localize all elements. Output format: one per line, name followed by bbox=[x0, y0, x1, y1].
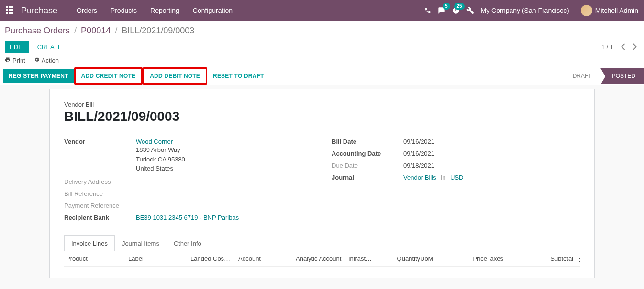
th-product: Product bbox=[66, 255, 128, 262]
th-subtotal: Subtotal bbox=[530, 255, 573, 262]
create-button[interactable]: CREATE bbox=[33, 41, 67, 53]
billref-label: Bill Reference bbox=[64, 190, 136, 197]
table-header: Product Label Landed Cos… Account Analyt… bbox=[64, 251, 580, 267]
breadcrumb-purchase-orders[interactable]: Purchase Orders bbox=[5, 26, 70, 35]
duedate-value: 09/18/2021 bbox=[403, 162, 434, 169]
tabs: Invoice Lines Journal Items Other Info bbox=[64, 235, 580, 251]
print-icon bbox=[5, 57, 11, 64]
payref-row: Payment Reference bbox=[64, 200, 312, 212]
tab-invoice-lines[interactable]: Invoice Lines bbox=[64, 235, 115, 251]
journal-in: in bbox=[441, 174, 445, 181]
duedate-row: Due Date 09/18/2021 bbox=[332, 160, 580, 171]
apps-icon[interactable] bbox=[6, 6, 14, 15]
th-account: Account bbox=[238, 255, 296, 262]
breadcrumb: Purchase Orders / P00014 / BILL/2021/09/… bbox=[5, 26, 639, 36]
form-sheet: Vendor Bill BILL/2021/09/0003 Vendor Woo… bbox=[49, 89, 595, 278]
sheet-wrap: Vendor Bill BILL/2021/09/0003 Vendor Woo… bbox=[0, 85, 644, 278]
svg-rect-5 bbox=[11, 9, 13, 11]
acctdate-label: Accounting Date bbox=[332, 150, 403, 157]
form-columns: Vendor Wood Corner 1839 Arbor Way Turloc… bbox=[64, 136, 580, 224]
nav-reporting[interactable]: Reporting bbox=[144, 0, 186, 21]
th-label: Label bbox=[128, 255, 190, 262]
svg-rect-4 bbox=[9, 9, 11, 11]
billdate-value: 09/16/2021 bbox=[403, 138, 434, 145]
th-analytic: Analytic Account bbox=[296, 255, 348, 262]
nav-configuration[interactable]: Configuration bbox=[186, 0, 239, 21]
journal-label: Journal bbox=[332, 174, 403, 181]
pager: 1 / 1 bbox=[601, 41, 639, 53]
tab-journal-items[interactable]: Journal Items bbox=[115, 235, 167, 251]
th-price: Price bbox=[444, 255, 487, 262]
pager-prev[interactable] bbox=[618, 41, 628, 53]
acctdate-row: Accounting Date 09/16/2021 bbox=[332, 148, 580, 160]
gear-icon bbox=[34, 57, 40, 64]
action-button[interactable]: Action bbox=[34, 57, 59, 64]
add-credit-note-button[interactable]: ADD CREDIT NOTE bbox=[74, 67, 143, 85]
status-bar: REGISTER PAYMENT ADD CREDIT NOTE ADD DEB… bbox=[0, 67, 644, 85]
control-panel: Purchase Orders / P00014 / BILL/2021/09/… bbox=[0, 21, 644, 67]
bank-value[interactable]: BE39 1031 2345 6719 - BNP Paribas bbox=[136, 214, 239, 221]
top-navbar: Purchase Orders Products Reporting Confi… bbox=[0, 0, 644, 21]
reset-to-draft-button[interactable]: RESET TO DRAFT bbox=[207, 69, 270, 83]
vendor-value: Wood Corner 1839 Arbor Way Turlock CA 95… bbox=[136, 138, 185, 173]
th-quantity: Quantity bbox=[382, 255, 420, 262]
pager-text: 1 / 1 bbox=[601, 43, 613, 51]
status-steps: DRAFT POSTED bbox=[561, 68, 644, 84]
activity-badge: 25 bbox=[454, 3, 464, 10]
print-label: Print bbox=[12, 57, 25, 64]
activity-icon[interactable]: 25 bbox=[452, 7, 460, 14]
vendor-label: Vendor bbox=[64, 138, 136, 173]
form-col-right: Bill Date 09/16/2021 Accounting Date 09/… bbox=[332, 136, 580, 224]
vendor-addr2: Turlock CA 95380 bbox=[136, 155, 185, 164]
chat-badge: 5 bbox=[443, 3, 450, 10]
svg-rect-6 bbox=[6, 12, 8, 14]
breadcrumb-sep: / bbox=[74, 26, 77, 35]
vendor-link[interactable]: Wood Corner bbox=[136, 138, 173, 145]
user-menu[interactable]: Mitchell Admin bbox=[576, 5, 638, 16]
pager-next[interactable] bbox=[630, 41, 639, 53]
add-debit-note-button[interactable]: ADD DEBIT NOTE bbox=[143, 67, 207, 85]
delivery-label: Delivery Address bbox=[64, 178, 136, 185]
company-switcher[interactable]: My Company (San Francisco) bbox=[481, 7, 569, 14]
register-payment-button[interactable]: REGISTER PAYMENT bbox=[3, 69, 74, 83]
vendor-addr1: 1839 Arbor Way bbox=[136, 145, 185, 155]
print-button[interactable]: Print bbox=[5, 57, 25, 64]
th-uom: UoM bbox=[420, 255, 444, 262]
billdate-label: Bill Date bbox=[332, 138, 403, 145]
svg-rect-0 bbox=[6, 6, 8, 8]
phone-icon[interactable] bbox=[424, 7, 431, 14]
chat-icon[interactable]: 5 bbox=[438, 7, 445, 14]
action-label: Action bbox=[42, 57, 59, 64]
svg-rect-2 bbox=[11, 6, 13, 8]
nav-products[interactable]: Products bbox=[104, 0, 144, 21]
billref-row: Bill Reference bbox=[64, 188, 312, 200]
tool-links: Print Action bbox=[5, 57, 639, 64]
th-taxes: Taxes bbox=[487, 255, 530, 262]
journal-link[interactable]: Vendor Bills bbox=[403, 174, 436, 181]
svg-rect-3 bbox=[6, 9, 8, 11]
button-row: EDIT CREATE 1 / 1 bbox=[5, 41, 639, 53]
svg-rect-1 bbox=[9, 6, 11, 8]
breadcrumb-po[interactable]: P00014 bbox=[81, 26, 111, 35]
breadcrumb-sep: / bbox=[115, 26, 117, 35]
tab-other-info[interactable]: Other Info bbox=[167, 235, 209, 251]
bank-label: Recipient Bank bbox=[64, 214, 136, 221]
duedate-label: Due Date bbox=[332, 162, 403, 169]
user-name: Mitchell Admin bbox=[595, 7, 638, 14]
delivery-row: Delivery Address bbox=[64, 176, 312, 188]
journal-row: Journal Vendor Bills in USD bbox=[332, 171, 580, 183]
status-draft[interactable]: DRAFT bbox=[561, 68, 600, 84]
tools-icon[interactable] bbox=[466, 7, 474, 14]
journal-value: Vendor Bills in USD bbox=[403, 174, 463, 181]
nav-orders[interactable]: Orders bbox=[70, 0, 104, 21]
payref-label: Payment Reference bbox=[64, 202, 136, 209]
kebab-icon[interactable]: ⋮ bbox=[573, 255, 583, 262]
currency-link[interactable]: USD bbox=[450, 174, 463, 181]
edit-button[interactable]: EDIT bbox=[5, 41, 29, 53]
bank-row: Recipient Bank BE39 1031 2345 6719 - BNP… bbox=[64, 212, 312, 224]
breadcrumb-current: BILL/2021/09/0003 bbox=[122, 26, 194, 35]
status-posted[interactable]: POSTED bbox=[600, 68, 644, 84]
app-title[interactable]: Purchase bbox=[21, 6, 57, 16]
record-title: BILL/2021/09/0003 bbox=[64, 109, 580, 124]
svg-rect-8 bbox=[11, 12, 13, 14]
